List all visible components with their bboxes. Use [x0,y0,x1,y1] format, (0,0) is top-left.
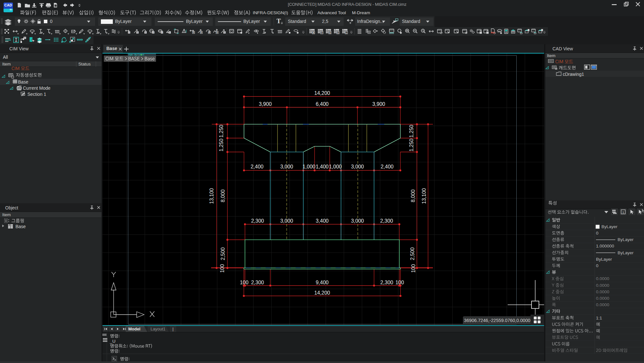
svg-text:1,000: 1,000 [329,164,342,169]
svg-text:2,500: 2,500 [220,247,226,260]
svg-text:2,300: 2,300 [251,280,264,285]
svg-text:8,000: 8,000 [410,189,416,202]
svg-text:2,300: 2,300 [251,218,264,224]
svg-text:3,900: 3,900 [259,101,272,107]
svg-text:3,000: 3,000 [351,218,364,224]
svg-text:13,100: 13,100 [209,188,214,204]
svg-text:3,000: 3,000 [280,164,293,169]
svg-text:1,250: 1,250 [219,125,224,137]
svg-text:2,500: 2,500 [410,247,415,260]
svg-text:13,100: 13,100 [421,188,427,204]
svg-text:1: 1 [622,211,624,214]
svg-text:8,000: 8,000 [220,189,226,202]
svg-text:1,250: 1,250 [409,125,414,137]
svg-text:1,400: 1,400 [316,164,328,169]
svg-text:6,400: 6,400 [316,101,328,107]
svg-text:100: 100 [240,280,249,285]
svg-text:2,400: 2,400 [250,164,263,169]
svg-text:2,300: 2,300 [380,280,393,285]
svg-text:1,250: 1,250 [409,138,414,151]
svg-text:3,400: 3,400 [316,218,328,224]
svg-text:DWG: DWG [18,87,21,89]
svg-text:14,200: 14,200 [314,290,330,296]
svg-text:100: 100 [220,264,225,273]
svg-text:14,200: 14,200 [314,90,330,96]
svg-text:1,000: 1,000 [302,164,315,169]
svg-text:3,900: 3,900 [372,101,385,107]
svg-text:2,300: 2,300 [380,218,393,224]
svg-text:3,000: 3,000 [351,164,364,169]
svg-text:1,250: 1,250 [219,138,224,151]
svg-text:9,400: 9,400 [316,280,328,285]
svg-text:3,000: 3,000 [280,218,293,224]
svg-text:36906.7246,-22559.0760,0.0000: 36906.7246,-22559.0760,0.0000 [464,318,531,323]
svg-text:100: 100 [395,280,404,285]
svg-text:100: 100 [411,264,416,273]
svg-text:2,400: 2,400 [381,164,394,169]
